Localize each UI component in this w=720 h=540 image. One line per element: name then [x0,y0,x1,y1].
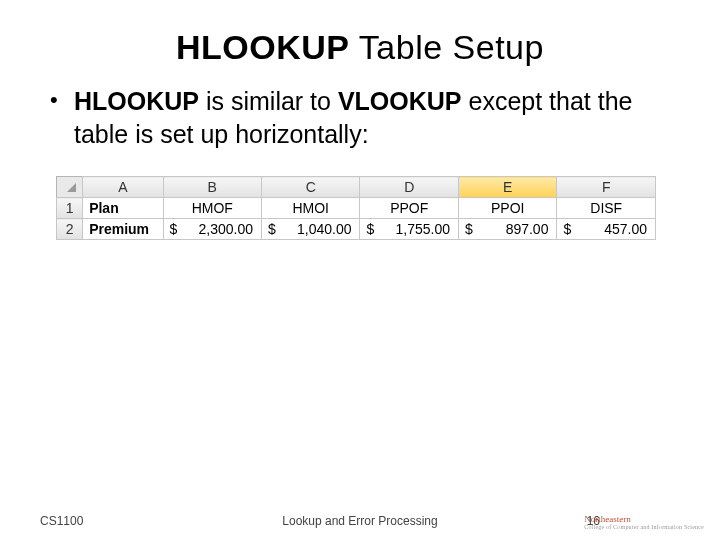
cell-c1: HMOI [262,198,360,219]
col-header-f: F [557,177,656,198]
cell-e2: $897.00 [458,219,556,240]
cell-b1: HMOF [163,198,261,219]
cell-d1: PPOF [360,198,458,219]
cell-d2: $1,755.00 [360,219,458,240]
cell-f1: DISF [557,198,656,219]
cell-b2: $2,300.00 [163,219,261,240]
table-row: 1 Plan HMOF HMOI PPOF PPOI DISF [57,198,656,219]
col-header-e: E [458,177,556,198]
cell-c2: $1,040.00 [262,219,360,240]
select-all-corner [57,177,83,198]
col-header-b: B [163,177,261,198]
cell-a1: Plan [83,198,163,219]
row-header-1: 1 [57,198,83,219]
bullet-bold-2: VLOOKUP [338,87,462,115]
cell-f2: $457.00 [557,219,656,240]
slide-title: HLOOKUP Table Setup [0,28,720,67]
footer-logo: Northeastern College of Computer and Inf… [584,515,704,530]
footer-logo-sub: College of Computer and Information Scie… [584,524,704,530]
spreadsheet: A B C D E F 1 Plan HMOF HMOI PPOF PPOI D… [56,176,656,240]
row-header-2: 2 [57,219,83,240]
bullet-bold-1: HLOOKUP [74,87,199,115]
col-header-c: C [262,177,360,198]
table-row: 2 Premium $2,300.00 $1,040.00 $1,755.00 … [57,219,656,240]
bullet-icon: • [50,85,74,150]
title-rest: Table Setup [350,28,544,66]
cell-e1: PPOI [458,198,556,219]
footer-logo-top: Northeastern [584,514,630,524]
col-header-d: D [360,177,458,198]
col-header-a: A [83,177,163,198]
bullet-item: • HLOOKUP is similar to VLOOKUP except t… [50,85,670,150]
bullet-text: HLOOKUP is similar to VLOOKUP except tha… [74,85,670,150]
title-bold: HLOOKUP [176,28,350,66]
cell-a2: Premium [83,219,163,240]
